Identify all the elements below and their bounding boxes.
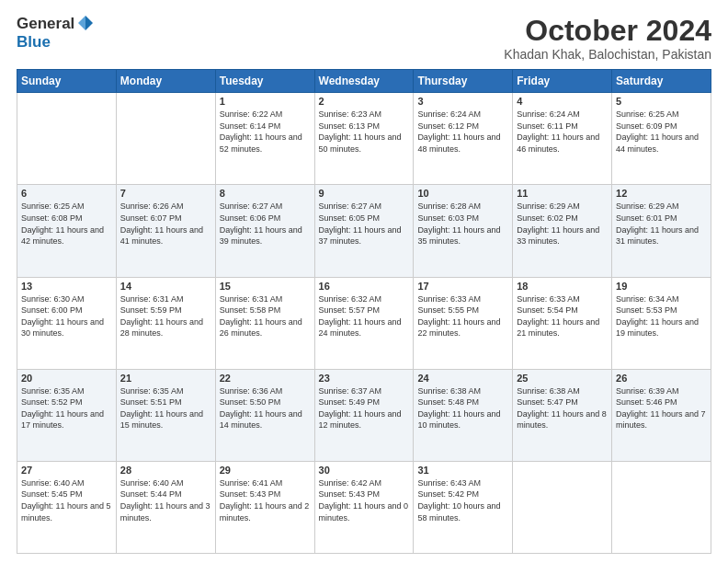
day-number: 31 [417, 465, 508, 476]
calendar-cell: 30Sunrise: 6:42 AMSunset: 5:43 PMDayligh… [314, 461, 414, 553]
calendar-cell [612, 461, 711, 553]
calendar-cell: 31Sunrise: 6:43 AMSunset: 5:42 PMDayligh… [414, 461, 513, 553]
calendar-title: October 2024 [504, 15, 711, 47]
cell-line: Sunset: 5:42 PM [417, 488, 508, 500]
calendar-cell: 7Sunrise: 6:26 AMSunset: 6:07 PMDaylight… [116, 185, 215, 277]
cell-line: Sunrise: 6:25 AM [21, 201, 112, 213]
col-saturday: Saturday [612, 70, 711, 93]
calendar-cell: 25Sunrise: 6:38 AMSunset: 5:47 PMDayligh… [513, 369, 612, 461]
cell-line: Sunset: 6:09 PM [616, 121, 707, 132]
day-number: 26 [616, 373, 707, 384]
cell-line: Sunset: 6:01 PM [616, 213, 707, 224]
cell-content: Sunrise: 6:25 AMSunset: 6:09 PMDaylight:… [616, 109, 707, 155]
cell-line: Sunrise: 6:33 AM [417, 293, 508, 305]
cell-line: Daylight: 11 hours and 42 minutes. [21, 224, 112, 247]
cell-line: Sunrise: 6:39 AM [616, 385, 707, 397]
calendar-cell [17, 93, 117, 185]
cell-line: Sunrise: 6:31 AM [120, 293, 211, 305]
cell-content: Sunrise: 6:41 AMSunset: 5:43 PMDaylight:… [220, 477, 311, 523]
calendar-header: Sunday Monday Tuesday Wednesday Thursday… [17, 70, 711, 93]
cell-content: Sunrise: 6:40 AMSunset: 5:44 PMDaylight:… [120, 477, 211, 523]
calendar-cell: 19Sunrise: 6:34 AMSunset: 5:53 PMDayligh… [612, 277, 711, 369]
day-number: 12 [616, 188, 707, 199]
cell-line: Daylight: 11 hours and 35 minutes. [417, 224, 508, 247]
day-number: 27 [21, 465, 112, 476]
col-wednesday: Wednesday [314, 70, 414, 93]
day-number: 19 [616, 281, 707, 292]
cell-line: Sunrise: 6:36 AM [220, 385, 311, 397]
cell-line: Daylight: 11 hours and 37 minutes. [319, 224, 410, 247]
day-number: 21 [120, 373, 211, 384]
cell-content: Sunrise: 6:33 AMSunset: 5:54 PMDaylight:… [517, 293, 608, 339]
cell-line: Sunrise: 6:28 AM [417, 201, 508, 213]
cell-line: Sunset: 5:51 PM [120, 396, 211, 408]
week-row-1: 1Sunrise: 6:22 AMSunset: 6:14 PMDaylight… [17, 93, 711, 185]
cell-line: Sunrise: 6:33 AM [517, 293, 608, 305]
cell-line: Daylight: 11 hours and 50 minutes. [319, 132, 410, 155]
calendar-cell: 21Sunrise: 6:35 AMSunset: 5:51 PMDayligh… [116, 369, 215, 461]
week-row-5: 27Sunrise: 6:40 AMSunset: 5:45 PMDayligh… [17, 461, 711, 553]
calendar-cell: 2Sunrise: 6:23 AMSunset: 6:13 PMDaylight… [314, 93, 414, 185]
cell-line: Daylight: 11 hours and 5 minutes. [21, 500, 112, 523]
cell-content: Sunrise: 6:35 AMSunset: 5:51 PMDaylight:… [120, 385, 211, 431]
title-block: October 2024 Khadan Khak, Balochistan, P… [504, 15, 711, 62]
cell-line: Sunset: 5:44 PM [120, 488, 211, 500]
week-row-3: 13Sunrise: 6:30 AMSunset: 6:00 PMDayligh… [17, 277, 711, 369]
cell-line: Sunset: 6:02 PM [517, 213, 608, 224]
calendar-cell: 18Sunrise: 6:33 AMSunset: 5:54 PMDayligh… [513, 277, 612, 369]
logo-blue: Blue [17, 33, 51, 51]
cell-content: Sunrise: 6:22 AMSunset: 6:14 PMDaylight:… [220, 109, 311, 155]
cell-line: Daylight: 11 hours and 48 minutes. [417, 132, 508, 155]
calendar-cell: 9Sunrise: 6:27 AMSunset: 6:05 PMDaylight… [314, 185, 414, 277]
cell-content: Sunrise: 6:39 AMSunset: 5:46 PMDaylight:… [616, 385, 707, 431]
cell-line: Sunrise: 6:31 AM [220, 293, 311, 305]
calendar-cell [116, 93, 215, 185]
day-number: 6 [21, 188, 112, 199]
calendar-cell: 16Sunrise: 6:32 AMSunset: 5:57 PMDayligh… [314, 277, 414, 369]
day-number: 30 [319, 465, 410, 476]
cell-line: Sunrise: 6:40 AM [120, 477, 211, 489]
cell-line: Daylight: 11 hours and 26 minutes. [220, 316, 311, 339]
cell-line: Daylight: 11 hours and 17 minutes. [21, 408, 112, 431]
cell-line: Sunrise: 6:29 AM [616, 201, 707, 213]
cell-line: Daylight: 11 hours and 19 minutes. [616, 316, 707, 339]
day-number: 4 [517, 96, 608, 107]
cell-line: Sunrise: 6:35 AM [21, 385, 112, 397]
cell-line: Daylight: 11 hours and 0 minutes. [319, 500, 410, 523]
cell-line: Sunrise: 6:30 AM [21, 293, 112, 305]
week-row-2: 6Sunrise: 6:25 AMSunset: 6:08 PMDaylight… [17, 185, 711, 277]
cell-line: Daylight: 11 hours and 12 minutes. [319, 408, 410, 431]
cell-line: Daylight: 11 hours and 8 minutes. [517, 408, 608, 431]
cell-line: Daylight: 10 hours and 58 minutes. [417, 500, 508, 523]
col-tuesday: Tuesday [215, 70, 314, 93]
day-number: 3 [417, 96, 508, 107]
cell-content: Sunrise: 6:36 AMSunset: 5:50 PMDaylight:… [220, 385, 311, 431]
cell-line: Sunrise: 6:24 AM [417, 109, 508, 121]
calendar-cell: 17Sunrise: 6:33 AMSunset: 5:55 PMDayligh… [414, 277, 513, 369]
day-number: 7 [120, 188, 211, 199]
calendar-cell: 6Sunrise: 6:25 AMSunset: 6:08 PMDaylight… [17, 185, 117, 277]
calendar-subtitle: Khadan Khak, Balochistan, Pakistan [504, 47, 711, 62]
cell-line: Sunset: 5:48 PM [417, 396, 508, 408]
logo-general: General [17, 15, 74, 33]
cell-content: Sunrise: 6:34 AMSunset: 5:53 PMDaylight:… [616, 293, 707, 339]
cell-line: Sunrise: 6:37 AM [319, 385, 410, 397]
cell-line: Sunset: 6:11 PM [517, 121, 608, 132]
calendar-cell: 20Sunrise: 6:35 AMSunset: 5:52 PMDayligh… [17, 369, 117, 461]
cell-line: Daylight: 11 hours and 22 minutes. [417, 316, 508, 339]
cell-line: Daylight: 11 hours and 14 minutes. [220, 408, 311, 431]
col-monday: Monday [116, 70, 215, 93]
cell-line: Daylight: 11 hours and 21 minutes. [517, 316, 608, 339]
cell-content: Sunrise: 6:25 AMSunset: 6:08 PMDaylight:… [21, 201, 112, 247]
page: General Blue October 2024 Khadan Khak, B… [0, 0, 728, 563]
cell-content: Sunrise: 6:42 AMSunset: 5:43 PMDaylight:… [319, 477, 410, 523]
cell-content: Sunrise: 6:24 AMSunset: 6:12 PMDaylight:… [417, 109, 508, 155]
calendar-table: Sunday Monday Tuesday Wednesday Thursday… [17, 69, 711, 554]
cell-content: Sunrise: 6:27 AMSunset: 6:06 PMDaylight:… [220, 201, 311, 247]
cell-line: Sunset: 5:58 PM [220, 304, 311, 316]
cell-line: Sunrise: 6:27 AM [319, 201, 410, 213]
col-thursday: Thursday [414, 70, 513, 93]
day-number: 14 [120, 281, 211, 292]
day-number: 29 [220, 465, 311, 476]
cell-line: Sunrise: 6:24 AM [517, 109, 608, 121]
